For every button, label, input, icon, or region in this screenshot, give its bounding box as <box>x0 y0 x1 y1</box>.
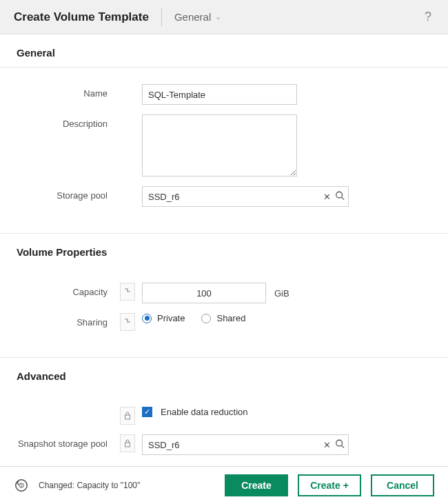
chevron-down-icon: ⌄ <box>215 12 221 21</box>
svg-line-1 <box>342 197 345 200</box>
label-storage-pool: Storage pool <box>17 186 120 201</box>
section-title-general: General <box>0 34 448 68</box>
label-capacity: Capacity <box>17 283 120 297</box>
clear-icon[interactable]: ✕ <box>323 440 331 450</box>
section-title-volume-properties: Volume Properties <box>0 234 448 266</box>
lock-icon[interactable] <box>120 434 135 452</box>
radio-icon <box>142 314 152 323</box>
row-sharing: Sharing Private Shared <box>17 313 431 331</box>
name-input[interactable] <box>142 84 297 105</box>
svg-point-4 <box>336 440 343 446</box>
search-icon[interactable] <box>335 191 345 203</box>
row-description: Description <box>17 114 431 177</box>
section-title-advanced: Advanced <box>0 358 448 390</box>
storage-pool-input[interactable] <box>142 186 349 207</box>
label-snapshot-pool: Snapshot storage pool <box>17 434 120 449</box>
section-advanced: ✓ Enable data reduction Snapshot storage… <box>0 390 448 466</box>
help-icon[interactable]: ? <box>425 10 434 24</box>
header-tab-general[interactable]: General ⌄ <box>174 11 221 23</box>
header-divider <box>161 8 162 27</box>
radio-icon <box>201 314 211 323</box>
section-volume-properties: Capacity GiB Sharing Private <box>0 266 448 358</box>
dialog-header: Create Volume Template General ⌄ ? <box>0 0 448 34</box>
dialog-title: Create Volume Template <box>14 10 149 24</box>
capacity-input[interactable] <box>142 283 266 303</box>
lock-icon[interactable] <box>120 407 135 425</box>
radio-private[interactable]: Private <box>142 313 185 323</box>
search-icon[interactable] <box>335 439 345 451</box>
inherit-icon[interactable] <box>120 283 135 301</box>
cancel-button[interactable]: Cancel <box>371 474 434 496</box>
label-sharing: Sharing <box>17 313 120 327</box>
svg-rect-3 <box>125 443 130 447</box>
footer: 5 Changed: Capacity to "100" Create Crea… <box>0 466 448 504</box>
create-plus-button[interactable]: Create + <box>298 474 361 496</box>
label-name: Name <box>17 84 120 99</box>
clear-icon[interactable]: ✕ <box>323 192 331 202</box>
label-data-reduction: Enable data reduction <box>161 407 247 417</box>
checkbox-data-reduction[interactable]: ✓ <box>142 407 152 417</box>
radio-shared-label: Shared <box>216 313 245 323</box>
snapshot-pool-input[interactable] <box>142 434 349 455</box>
footer-status: Changed: Capacity to "100" <box>39 481 140 490</box>
history-icon[interactable]: 5 <box>14 478 29 493</box>
label-empty <box>17 407 120 411</box>
svg-rect-2 <box>125 415 130 419</box>
radio-shared[interactable]: Shared <box>201 313 245 323</box>
row-capacity: Capacity GiB <box>17 283 431 303</box>
svg-point-0 <box>336 192 343 198</box>
row-name: Name <box>17 84 431 105</box>
capacity-unit: GiB <box>274 288 289 299</box>
header-tab-label: General <box>174 11 211 23</box>
create-button[interactable]: Create <box>225 474 288 496</box>
row-snapshot-pool: Snapshot storage pool ✕ <box>17 434 431 455</box>
row-storage-pool: Storage pool ✕ <box>17 186 431 207</box>
inherit-icon[interactable] <box>120 313 135 331</box>
form-scroll-area[interactable]: General Name Description Storage pool <box>0 34 448 466</box>
radio-private-label: Private <box>157 313 185 323</box>
label-description: Description <box>17 114 120 129</box>
svg-line-5 <box>342 445 345 448</box>
section-general: Name Description Storage pool ✕ <box>0 68 448 234</box>
description-input[interactable] <box>142 114 297 177</box>
row-data-reduction: ✓ Enable data reduction <box>17 407 431 425</box>
